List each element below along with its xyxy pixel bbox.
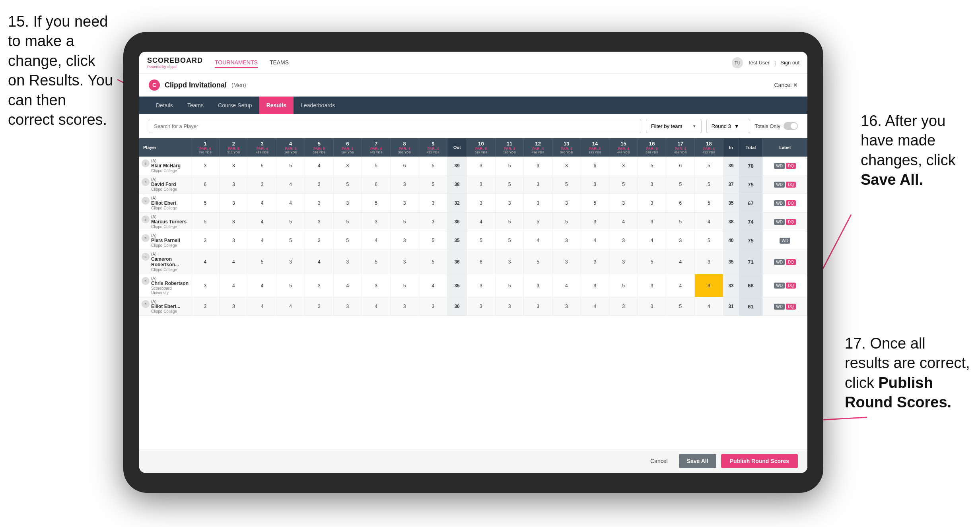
score-hole-6[interactable]: 3 <box>333 194 362 213</box>
score-hole-13[interactable]: 3 <box>552 231 581 250</box>
dq-badge[interactable]: DQ <box>786 182 796 188</box>
dq-badge[interactable]: DQ <box>786 200 796 206</box>
score-hole-7[interactable]: 5 <box>362 250 391 274</box>
score-hole-9[interactable]: 5 <box>419 250 447 274</box>
score-hole-14[interactable]: 3 <box>581 213 609 231</box>
score-hole-12[interactable]: 3 <box>524 297 552 316</box>
score-hole-12[interactable]: 5 <box>524 250 552 274</box>
score-hole-4[interactable]: 5 <box>276 274 305 297</box>
score-hole-7[interactable]: 4 <box>362 231 391 250</box>
tab-results[interactable]: Results <box>259 97 294 114</box>
score-hole-3[interactable]: 4 <box>248 213 276 231</box>
score-hole-16[interactable]: 3 <box>638 274 666 297</box>
score-hole-8[interactable]: 3 <box>390 250 419 274</box>
score-hole-1[interactable]: 5 <box>191 213 220 231</box>
wd-badge[interactable]: WD <box>774 163 785 169</box>
score-hole-18[interactable]: 5 <box>695 175 723 194</box>
score-hole-18[interactable]: 3 <box>695 250 723 274</box>
score-hole-6[interactable]: 3 <box>333 297 362 316</box>
score-hole-12[interactable]: 3 <box>524 274 552 297</box>
dq-badge[interactable]: DQ <box>786 259 796 265</box>
nav-signout[interactable]: Sign out <box>780 60 799 66</box>
score-hole-4[interactable]: 5 <box>276 213 305 231</box>
score-hole-11[interactable]: 3 <box>495 297 524 316</box>
score-hole-4[interactable]: 4 <box>276 175 305 194</box>
score-hole-6[interactable]: 3 <box>333 157 362 175</box>
score-hole-3[interactable]: 5 <box>248 157 276 175</box>
tab-leaderboards[interactable]: Leaderboards <box>294 97 342 114</box>
score-hole-5[interactable]: 3 <box>305 297 334 316</box>
score-hole-18[interactable]: 3 <box>695 274 723 297</box>
score-hole-6[interactable]: 5 <box>333 231 362 250</box>
score-hole-11[interactable]: 5 <box>495 213 524 231</box>
score-hole-7[interactable]: 3 <box>362 274 391 297</box>
score-hole-17[interactable]: 5 <box>666 297 695 316</box>
score-hole-1[interactable]: 6 <box>191 175 220 194</box>
score-hole-16[interactable]: 3 <box>638 213 666 231</box>
tab-teams[interactable]: Teams <box>180 97 211 114</box>
score-hole-15[interactable]: 5 <box>609 274 638 297</box>
score-hole-8[interactable]: 5 <box>390 274 419 297</box>
wd-badge[interactable]: WD <box>774 200 785 206</box>
score-hole-4[interactable]: 3 <box>276 250 305 274</box>
score-hole-13[interactable]: 3 <box>552 250 581 274</box>
score-hole-10[interactable]: 5 <box>467 231 496 250</box>
score-hole-15[interactable]: 3 <box>609 250 638 274</box>
score-hole-2[interactable]: 3 <box>220 194 248 213</box>
nav-link-tournaments[interactable]: TOURNAMENTS <box>215 58 258 68</box>
score-hole-18[interactable]: 5 <box>695 194 723 213</box>
score-hole-9[interactable]: 5 <box>419 175 447 194</box>
score-hole-12[interactable]: 3 <box>524 175 552 194</box>
score-hole-10[interactable]: 3 <box>467 274 496 297</box>
score-hole-5[interactable]: 3 <box>305 231 334 250</box>
score-hole-10[interactable]: 4 <box>467 213 496 231</box>
nav-link-teams[interactable]: TEAMS <box>270 58 289 68</box>
score-hole-4[interactable]: 5 <box>276 231 305 250</box>
cancel-tournament-button[interactable]: Cancel ✕ <box>774 82 798 88</box>
score-hole-16[interactable]: 3 <box>638 175 666 194</box>
score-hole-17[interactable]: 5 <box>666 213 695 231</box>
score-hole-17[interactable]: 5 <box>666 175 695 194</box>
score-hole-2[interactable]: 3 <box>220 297 248 316</box>
score-hole-16[interactable]: 3 <box>638 297 666 316</box>
wd-badge[interactable]: WD <box>774 283 785 289</box>
score-hole-14[interactable]: 6 <box>581 157 609 175</box>
score-hole-17[interactable]: 4 <box>666 250 695 274</box>
wd-badge[interactable]: WD <box>780 238 790 244</box>
score-hole-1[interactable]: 3 <box>191 231 220 250</box>
score-hole-7[interactable]: 5 <box>362 157 391 175</box>
save-all-button[interactable]: Save All <box>679 454 716 468</box>
score-hole-17[interactable]: 3 <box>666 231 695 250</box>
score-hole-15[interactable]: 3 <box>609 157 638 175</box>
score-hole-13[interactable]: 5 <box>552 213 581 231</box>
score-hole-15[interactable]: 3 <box>609 297 638 316</box>
score-hole-5[interactable]: 4 <box>305 250 334 274</box>
score-hole-3[interactable]: 4 <box>248 231 276 250</box>
score-hole-3[interactable]: 4 <box>248 274 276 297</box>
score-hole-4[interactable]: 4 <box>276 297 305 316</box>
score-hole-4[interactable]: 5 <box>276 157 305 175</box>
score-hole-5[interactable]: 3 <box>305 194 334 213</box>
score-hole-1[interactable]: 3 <box>191 157 220 175</box>
score-hole-11[interactable]: 5 <box>495 231 524 250</box>
tab-details[interactable]: Details <box>149 97 180 114</box>
score-hole-7[interactable]: 3 <box>362 213 391 231</box>
score-hole-9[interactable]: 4 <box>419 274 447 297</box>
dq-badge[interactable]: DQ <box>786 163 796 169</box>
wd-badge[interactable]: WD <box>774 182 785 188</box>
wd-badge[interactable]: WD <box>774 304 785 310</box>
score-hole-6[interactable]: 5 <box>333 175 362 194</box>
score-hole-11[interactable]: 3 <box>495 250 524 274</box>
score-hole-18[interactable]: 5 <box>695 231 723 250</box>
score-hole-2[interactable]: 3 <box>220 157 248 175</box>
score-hole-9[interactable]: 5 <box>419 157 447 175</box>
score-hole-14[interactable]: 4 <box>581 231 609 250</box>
score-hole-1[interactable]: 3 <box>191 297 220 316</box>
score-hole-10[interactable]: 3 <box>467 194 496 213</box>
score-hole-13[interactable]: 3 <box>552 157 581 175</box>
score-hole-13[interactable]: 4 <box>552 274 581 297</box>
score-hole-5[interactable]: 3 <box>305 175 334 194</box>
score-hole-18[interactable]: 5 <box>695 157 723 175</box>
score-hole-9[interactable]: 3 <box>419 194 447 213</box>
score-hole-8[interactable]: 6 <box>390 157 419 175</box>
